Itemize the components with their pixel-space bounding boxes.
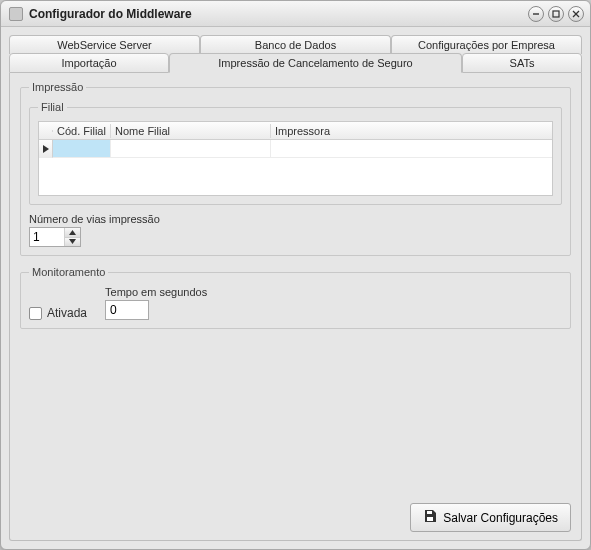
tempo-label: Tempo em segundos — [105, 286, 207, 298]
window-title: Configurador do Middleware — [29, 7, 192, 21]
client-area: WebService Server Banco de Dados Configu… — [1, 27, 590, 549]
tabstrip: WebService Server Banco de Dados Configu… — [9, 35, 582, 73]
app-icon — [9, 7, 23, 21]
numero-vias-field: Número de vias impressão — [29, 213, 562, 247]
group-filial: Filial Cód. Filial Nome Filial Impressor… — [29, 101, 562, 205]
save-button-label: Salvar Configurações — [443, 511, 558, 525]
close-button[interactable] — [568, 6, 584, 22]
group-monitoramento-legend: Monitoramento — [29, 266, 108, 278]
group-filial-legend: Filial — [38, 101, 67, 113]
group-impressao-legend: Impressão — [29, 81, 86, 93]
group-impressao: Impressão Filial Cód. Filial Nome Filial… — [20, 81, 571, 256]
ativada-label: Ativada — [47, 306, 87, 320]
cell-cod-filial[interactable] — [53, 140, 111, 158]
col-nome-filial[interactable]: Nome Filial — [111, 124, 271, 138]
col-impressora[interactable]: Impressora — [271, 124, 552, 138]
svg-marker-5 — [69, 230, 76, 235]
spinner-down-button[interactable] — [65, 238, 80, 247]
save-button[interactable]: Salvar Configurações — [410, 503, 571, 532]
tab-sats[interactable]: SATs — [462, 53, 582, 73]
svg-rect-8 — [427, 517, 433, 521]
tab-config-por-empresa[interactable]: Configurações por Empresa — [391, 35, 582, 54]
svg-rect-1 — [553, 11, 559, 17]
ativada-checkbox-wrap[interactable]: Ativada — [29, 292, 87, 320]
grid-indicator-header — [39, 130, 53, 132]
numero-vias-spinner[interactable] — [29, 227, 81, 247]
minimize-button[interactable] — [528, 6, 544, 22]
svg-rect-7 — [427, 511, 432, 514]
col-cod-filial[interactable]: Cód. Filial — [53, 124, 111, 138]
ativada-checkbox[interactable] — [29, 307, 42, 320]
footer: Salvar Configurações — [20, 497, 571, 532]
filial-grid[interactable]: Cód. Filial Nome Filial Impressora — [38, 121, 553, 196]
save-icon — [423, 509, 437, 526]
table-row[interactable] — [39, 140, 552, 158]
grid-header: Cód. Filial Nome Filial Impressora — [39, 122, 552, 140]
tab-impressao-cancelamento-seguro[interactable]: Impressão de Cancelamento de Seguro — [169, 53, 462, 73]
tab-importacao[interactable]: Importação — [9, 53, 169, 73]
svg-marker-6 — [69, 239, 76, 244]
row-indicator-icon — [39, 140, 53, 158]
group-monitoramento: Monitoramento Ativada Tempo em segundos — [20, 266, 571, 329]
numero-vias-input[interactable] — [30, 228, 64, 246]
spinner-up-button[interactable] — [65, 228, 80, 238]
svg-marker-4 — [43, 145, 49, 153]
tab-banco-de-dados[interactable]: Banco de Dados — [200, 35, 391, 54]
tempo-input[interactable] — [105, 300, 149, 320]
app-window: Configurador do Middleware WebService Se… — [0, 0, 591, 550]
tab-webservice-server[interactable]: WebService Server — [9, 35, 200, 54]
titlebar[interactable]: Configurador do Middleware — [1, 1, 590, 27]
cell-impressora[interactable] — [271, 140, 552, 158]
maximize-button[interactable] — [548, 6, 564, 22]
cell-nome-filial[interactable] — [111, 140, 271, 158]
numero-vias-label: Número de vias impressão — [29, 213, 562, 225]
tab-panel: Impressão Filial Cód. Filial Nome Filial… — [9, 73, 582, 541]
